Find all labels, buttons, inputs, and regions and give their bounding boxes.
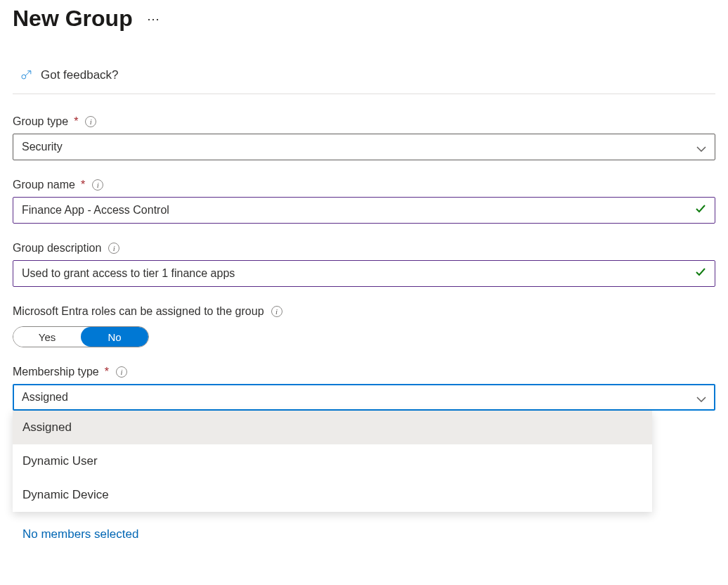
info-icon[interactable]: i <box>85 116 96 127</box>
membership-type-label: Membership type <box>13 366 99 378</box>
group-description-label: Group description <box>13 242 101 255</box>
toggle-no[interactable]: No <box>81 327 148 347</box>
checkmark-icon <box>695 266 706 281</box>
membership-type-select[interactable]: Assigned <box>13 384 715 411</box>
info-icon[interactable]: i <box>271 306 282 317</box>
dropdown-option-dynamic-device[interactable]: Dynamic Device <box>13 478 652 512</box>
group-name-label: Group name <box>13 179 75 191</box>
required-marker: * <box>74 115 78 128</box>
info-icon[interactable]: i <box>116 366 127 378</box>
page-title: New Group <box>13 6 133 32</box>
group-name-value: Finance App - Access Control <box>22 204 169 217</box>
feedback-icon <box>20 67 34 84</box>
group-type-select[interactable]: Security <box>13 134 715 160</box>
chevron-down-icon <box>696 142 706 152</box>
roles-assignable-toggle[interactable]: Yes No <box>13 326 149 347</box>
required-marker: * <box>105 366 109 378</box>
membership-type-value: Assigned <box>22 391 68 404</box>
required-marker: * <box>81 179 85 191</box>
info-icon[interactable]: i <box>108 243 119 254</box>
membership-type-dropdown: Assigned Dynamic User Dynamic Device <box>13 411 652 512</box>
group-type-value: Security <box>22 141 63 153</box>
feedback-label: Got feedback? <box>41 68 119 82</box>
info-icon[interactable]: i <box>92 179 103 191</box>
roles-assignable-label: Microsoft Entra roles can be assigned to… <box>13 305 264 318</box>
chevron-down-icon <box>696 392 706 402</box>
dropdown-option-assigned[interactable]: Assigned <box>13 411 652 444</box>
feedback-bar[interactable]: Got feedback? <box>13 54 715 94</box>
toggle-yes[interactable]: Yes <box>13 327 81 347</box>
group-name-input[interactable]: Finance App - Access Control <box>13 197 715 224</box>
dropdown-option-dynamic-user[interactable]: Dynamic User <box>13 444 652 478</box>
members-link[interactable]: No members selected <box>22 527 715 541</box>
svg-point-0 <box>22 75 26 79</box>
more-menu-icon[interactable]: ⋯ <box>144 10 164 28</box>
group-type-label: Group type <box>13 115 68 128</box>
group-description-input[interactable]: Used to grant access to tier 1 finance a… <box>13 260 715 287</box>
group-description-value: Used to grant access to tier 1 finance a… <box>22 267 235 280</box>
checkmark-icon <box>695 203 706 217</box>
